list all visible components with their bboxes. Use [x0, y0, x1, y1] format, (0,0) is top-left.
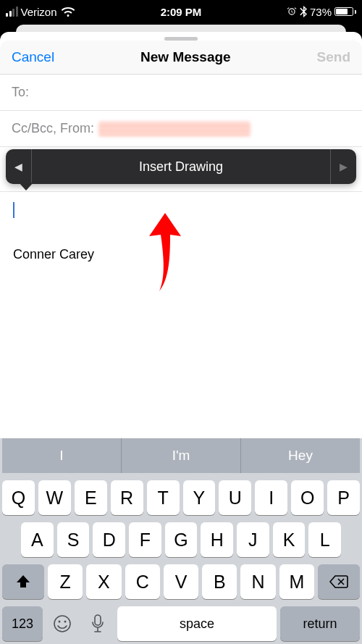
svg-rect-3: [95, 615, 101, 625]
key-v[interactable]: V: [164, 564, 198, 599]
key-emoji[interactable]: [46, 606, 78, 641]
popover-tail: [19, 183, 33, 191]
popover-next-button[interactable]: ▶: [330, 149, 356, 184]
keyboard: I I'm Hey Q W E R T Y U I O P A S D F G …: [0, 438, 362, 644]
battery-percent: 73%: [310, 6, 332, 18]
microphone-icon: [91, 614, 104, 633]
key-l[interactable]: L: [308, 522, 341, 557]
key-y[interactable]: Y: [183, 480, 216, 515]
key-p[interactable]: P: [327, 480, 360, 515]
popover-prev-button[interactable]: ◀: [6, 149, 32, 184]
key-w[interactable]: W: [38, 480, 71, 515]
page-title: New Message: [140, 49, 231, 65]
compose-sheet: Cancel New Message Send To: Cc/Bcc, From…: [0, 32, 362, 644]
key-dictation[interactable]: [82, 606, 114, 641]
cancel-button[interactable]: Cancel: [12, 49, 54, 65]
key-shift[interactable]: [2, 564, 44, 599]
suggestion-2[interactable]: I'm: [121, 438, 240, 473]
edit-menu-popover: ◀ Insert Drawing ▶: [6, 149, 356, 184]
key-t[interactable]: T: [147, 480, 180, 515]
subject-field[interactable]: ◀ Insert Drawing ▶: [0, 147, 362, 192]
ccbcc-label: Cc/Bcc, From:: [12, 121, 94, 136]
suggestion-3[interactable]: Hey: [240, 438, 360, 473]
key-c[interactable]: C: [125, 564, 160, 599]
key-q[interactable]: Q: [2, 480, 35, 515]
key-r[interactable]: R: [111, 480, 143, 515]
key-d[interactable]: D: [93, 522, 125, 557]
insert-drawing-button[interactable]: Insert Drawing: [32, 149, 330, 184]
key-s[interactable]: S: [57, 522, 90, 557]
send-button[interactable]: Send: [317, 49, 350, 65]
nav-bar: Cancel New Message Send: [0, 41, 362, 75]
text-cursor: [13, 202, 14, 218]
key-e[interactable]: E: [75, 480, 107, 515]
key-b[interactable]: B: [202, 564, 237, 599]
shift-icon: [15, 574, 31, 589]
key-f[interactable]: F: [129, 522, 161, 557]
key-g[interactable]: G: [165, 522, 198, 557]
svg-point-2: [64, 621, 67, 623]
svg-point-1: [59, 621, 61, 623]
key-backspace[interactable]: [318, 564, 360, 599]
emoji-icon: [52, 614, 72, 634]
carrier-label: Verizon: [21, 6, 57, 18]
key-k[interactable]: K: [273, 522, 306, 557]
bluetooth-icon: [300, 6, 307, 17]
suggestion-1[interactable]: I: [2, 438, 121, 473]
key-numbers[interactable]: 123: [2, 606, 43, 641]
clock-time: 2:09 PM: [161, 6, 202, 18]
to-label: To:: [12, 85, 29, 100]
alarm-icon: [287, 7, 297, 17]
key-u[interactable]: U: [219, 480, 251, 515]
message-body[interactable]: Conner Carey: [0, 192, 362, 438]
cell-signal-icon: [6, 7, 18, 17]
status-bar: Verizon 2:09 PM 73%: [0, 0, 362, 23]
key-return[interactable]: return: [280, 606, 360, 641]
ccbcc-from-field[interactable]: Cc/Bcc, From:: [0, 111, 362, 147]
key-h[interactable]: H: [201, 522, 233, 557]
key-space[interactable]: space: [117, 606, 277, 641]
key-n[interactable]: N: [240, 564, 275, 599]
key-i[interactable]: I: [255, 480, 287, 515]
backspace-icon: [329, 575, 348, 588]
svg-point-0: [54, 616, 70, 632]
from-email-redacted: [98, 122, 251, 136]
key-m[interactable]: M: [279, 564, 314, 599]
key-a[interactable]: A: [21, 522, 54, 557]
key-x[interactable]: X: [86, 564, 121, 599]
wifi-icon: [62, 7, 75, 17]
key-z[interactable]: Z: [48, 564, 83, 599]
battery-icon: [334, 7, 356, 16]
key-j[interactable]: J: [237, 522, 269, 557]
signature-text: Conner Carey: [13, 247, 349, 262]
key-o[interactable]: O: [291, 480, 324, 515]
suggestion-bar: I I'm Hey: [2, 438, 360, 473]
to-field[interactable]: To:: [0, 75, 362, 111]
